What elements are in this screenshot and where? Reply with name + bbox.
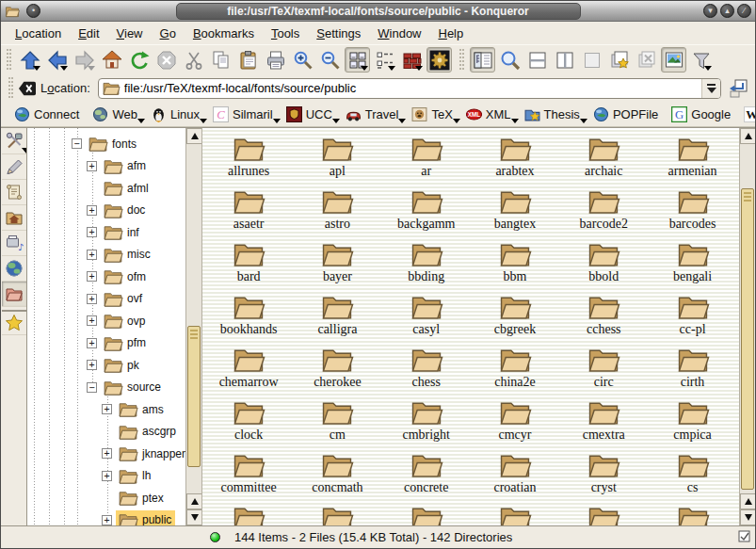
shade-button[interactable]: ▾ xyxy=(703,4,717,18)
folder-item[interactable]: ar xyxy=(382,134,471,186)
folder-item[interactable]: cirth xyxy=(648,345,736,397)
expand-toggle[interactable]: + xyxy=(87,205,97,216)
folder-item[interactable]: croatian xyxy=(471,450,559,503)
view-scroll-up-button[interactable] xyxy=(740,128,755,144)
folder-item[interactable]: bangtex xyxy=(471,186,559,239)
sidebar-tab-home-folder[interactable] xyxy=(2,205,26,231)
bookmark-xml[interactable]: XMLXML xyxy=(466,106,517,122)
toolbar-handle[interactable] xyxy=(6,49,13,72)
multicolumn-view-button[interactable] xyxy=(372,47,397,73)
show-navigation-panel-button[interactable] xyxy=(470,47,495,73)
detailed-list-view-button[interactable] xyxy=(399,47,425,73)
find-button[interactable] xyxy=(497,47,523,73)
folder-item[interactable]: backgamm xyxy=(382,186,471,239)
expand-toggle[interactable]: + xyxy=(87,227,97,237)
folder-item[interactable]: cherokee xyxy=(293,345,381,397)
folder-item[interactable]: cbgreek xyxy=(471,292,559,345)
menu-help[interactable]: Help xyxy=(430,24,473,42)
folder-item[interactable]: concmath xyxy=(293,450,381,503)
tree-item-jknappen[interactable]: +jknappen xyxy=(27,443,185,465)
folder-item-partial[interactable] xyxy=(559,503,648,525)
folder-item[interactable]: cmbright xyxy=(382,397,471,450)
expand-toggle[interactable]: + xyxy=(102,404,112,414)
folder-item[interactable]: bbm xyxy=(471,239,559,292)
tree-item-pfm[interactable]: +pfm xyxy=(27,332,185,355)
folder-item[interactable]: cmextra xyxy=(559,397,648,450)
bookmark-web[interactable]: Web xyxy=(92,106,143,122)
tree-item-ovp[interactable]: +ovp xyxy=(27,310,185,332)
folder-item-partial[interactable] xyxy=(204,503,293,525)
bookmark-silmaril[interactable]: CSilmaril xyxy=(213,106,279,122)
tree-scrollbar-thumb[interactable] xyxy=(187,326,201,467)
tree-item-ascgrp[interactable]: ascgrp xyxy=(27,421,185,444)
sidebar-tab-configure[interactable] xyxy=(2,129,26,154)
expand-toggle[interactable]: + xyxy=(87,161,97,171)
location-input[interactable] xyxy=(121,81,701,95)
menu-edit[interactable]: Edit xyxy=(70,24,107,42)
folder-item[interactable]: cchess xyxy=(559,292,648,345)
folder-item-partial[interactable] xyxy=(382,503,471,525)
folder-item[interactable]: arabtex xyxy=(471,134,559,186)
bookmark-travel[interactable]: Travel xyxy=(346,106,405,122)
folder-item[interactable]: concrete xyxy=(382,450,471,503)
tree-item-ams[interactable]: +ams xyxy=(27,398,185,421)
folder-item-partial[interactable] xyxy=(293,503,381,525)
paste-button[interactable] xyxy=(235,47,261,73)
view-scrollbar-thumb[interactable] xyxy=(741,188,754,490)
toolbar-handle[interactable] xyxy=(458,49,466,72)
view-scroll-down-button[interactable] xyxy=(740,509,755,525)
folder-item[interactable]: casyl xyxy=(382,292,471,345)
tree-item-public[interactable]: +public xyxy=(27,509,185,526)
folder-item[interactable]: bengali xyxy=(648,239,736,292)
reload-button[interactable] xyxy=(126,47,152,73)
filter-button[interactable] xyxy=(688,47,714,73)
tree-item-fonts[interactable]: −fonts xyxy=(27,133,185,155)
copy-button[interactable] xyxy=(208,47,233,73)
print-button[interactable] xyxy=(263,47,288,73)
folder-item[interactable]: cmcyr xyxy=(471,397,559,450)
tree-item-lh[interactable]: +lh xyxy=(27,465,185,488)
folder-item[interactable]: cm xyxy=(293,397,381,450)
collapse-toggle[interactable]: − xyxy=(87,382,97,393)
gear-view-button[interactable] xyxy=(426,47,452,73)
bookmark-tex[interactable]: TeX xyxy=(411,106,458,122)
folder-item[interactable]: armenian xyxy=(648,134,736,186)
folder-item[interactable]: barcodes xyxy=(648,186,736,239)
maximize-button[interactable]: ▴ xyxy=(720,4,734,18)
folder-item[interactable]: china2e xyxy=(471,345,559,397)
bookmark-google[interactable]: GGoogle xyxy=(671,106,736,122)
toolbar-handle[interactable] xyxy=(8,77,15,100)
sidebar-tab-services[interactable]: ♪ xyxy=(2,231,26,256)
expand-toggle[interactable]: + xyxy=(102,515,112,525)
folder-item[interactable]: allrunes xyxy=(204,134,293,186)
new-tab-button[interactable] xyxy=(606,47,632,73)
menu-location[interactable]: Location xyxy=(7,24,70,42)
tree-scroll-up-button[interactable] xyxy=(186,128,202,144)
sticky-button[interactable]: • xyxy=(26,4,40,18)
folder-item[interactable]: astro xyxy=(293,186,381,239)
sidebar-tab-pencil[interactable] xyxy=(2,154,26,180)
folder-item[interactable]: bbding xyxy=(382,239,471,292)
tree-item-ofm[interactable]: +ofm xyxy=(27,266,185,288)
split-vertical-button[interactable] xyxy=(552,47,577,73)
tree-item-misc[interactable]: +misc xyxy=(27,244,185,266)
sidebar-tab-root-folder[interactable] xyxy=(2,282,26,307)
folder-item[interactable]: calligra xyxy=(293,292,381,345)
expand-toggle[interactable]: + xyxy=(102,448,112,459)
menu-view[interactable]: View xyxy=(108,24,152,42)
folder-item[interactable]: circ xyxy=(559,345,648,397)
view-scroll-up2-button[interactable] xyxy=(740,493,755,509)
home-button[interactable] xyxy=(99,47,124,73)
tree-item-ptex[interactable]: ptex xyxy=(27,487,185,509)
preview-button[interactable] xyxy=(661,47,686,73)
view-scrollbar[interactable] xyxy=(739,128,755,525)
zoom-in-button[interactable] xyxy=(290,47,315,73)
back-arrow-button[interactable] xyxy=(44,47,70,73)
split-horizontal-button[interactable] xyxy=(524,47,550,73)
folder-item[interactable]: chess xyxy=(382,345,471,397)
folder-item[interactable]: committee xyxy=(204,450,293,503)
tree-scroll-down-button[interactable] xyxy=(186,509,202,525)
sidebar-tab-bookmarks-star[interactable] xyxy=(2,310,26,335)
cut-button[interactable] xyxy=(181,47,206,73)
menu-bookmarks[interactable]: Bookmarks xyxy=(185,24,263,42)
